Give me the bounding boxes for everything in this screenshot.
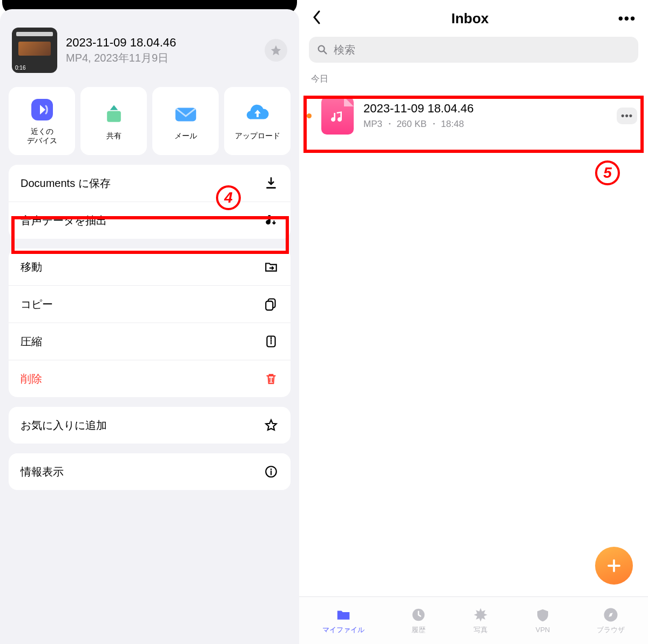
search-field[interactable]: 検索 bbox=[309, 37, 638, 63]
nearby-icon bbox=[29, 97, 55, 123]
video-duration: 0:16 bbox=[15, 65, 25, 71]
more-button[interactable]: ••• bbox=[618, 10, 636, 27]
file-meta: MP3 ・ 260 KB ・ 18:48 bbox=[363, 118, 474, 130]
tab-vpn[interactable]: VPN bbox=[535, 607, 551, 634]
row-label: 音声データを抽出 bbox=[21, 213, 107, 228]
star-outline-icon bbox=[264, 418, 279, 433]
video-thumbnail[interactable]: 0:16 bbox=[12, 28, 57, 73]
show-info-row[interactable]: 情報表示 bbox=[9, 453, 291, 490]
back-button[interactable] bbox=[311, 10, 322, 27]
row-label: Documents に保存 bbox=[21, 176, 111, 191]
file-title: 2023-11-09 18.04.46 bbox=[66, 36, 176, 50]
row-label: 圧縮 bbox=[21, 334, 42, 349]
tab-browser[interactable]: ブラウザ bbox=[597, 607, 625, 635]
mail-icon bbox=[173, 101, 199, 127]
share-label: メール bbox=[174, 131, 197, 141]
clock-icon bbox=[410, 607, 427, 623]
callout-number-4: 4 bbox=[216, 185, 241, 210]
row-label: 移動 bbox=[21, 260, 42, 274]
tab-history[interactable]: 履歴 bbox=[410, 607, 427, 635]
share-label: 近くの デバイス bbox=[27, 127, 57, 146]
folder-arrow-icon bbox=[264, 259, 279, 274]
add-favorite-row[interactable]: お気に入りに追加 bbox=[9, 407, 291, 444]
tab-bar: マイファイル 履歴 写真 VPN ブラウザ bbox=[299, 596, 648, 644]
mp3-file-icon bbox=[321, 97, 354, 135]
callout-number-5: 5 bbox=[595, 160, 620, 185]
section-today: 今日 bbox=[299, 70, 648, 88]
info-icon bbox=[264, 464, 279, 479]
tab-my-files[interactable]: マイファイル bbox=[322, 607, 364, 635]
save-to-documents-row[interactable]: Documents に保存 bbox=[9, 165, 291, 202]
action-group-file: Documents に保存 音声データを抽出 bbox=[9, 165, 291, 239]
chevron-left-icon bbox=[311, 10, 322, 25]
file-header: 0:16 2023-11-09 18.04.46 MP4, 2023年11月9日 bbox=[9, 19, 291, 87]
shield-icon bbox=[535, 607, 551, 623]
svg-point-7 bbox=[271, 468, 272, 470]
page-title: Inbox bbox=[451, 10, 489, 27]
cloud-upload-icon bbox=[245, 101, 271, 127]
file-row-mp3[interactable]: 2023-11-09 18.04.46 MP3 ・ 260 KB ・ 18:48… bbox=[299, 88, 648, 143]
favorite-button[interactable] bbox=[265, 39, 287, 62]
compress-row[interactable]: 圧縮 bbox=[9, 323, 291, 360]
share-sheet-panel: 0:16 2023-11-09 18.04.46 MP4, 2023年11月9日… bbox=[0, 0, 299, 644]
flower-icon bbox=[473, 607, 489, 623]
file-name: 2023-11-09 18.04.46 bbox=[363, 102, 474, 116]
search-icon bbox=[316, 44, 328, 56]
share-button[interactable]: 共有 bbox=[80, 87, 147, 155]
share-label: 共有 bbox=[106, 131, 122, 141]
delete-row[interactable]: 削除 bbox=[9, 360, 291, 397]
tab-label: 写真 bbox=[474, 625, 488, 635]
svg-rect-1 bbox=[107, 111, 121, 122]
copy-row[interactable]: コピー bbox=[9, 285, 291, 323]
upload-button[interactable]: アップロード bbox=[224, 87, 291, 155]
music-download-icon bbox=[264, 213, 279, 228]
file-browser-panel: Inbox ••• 検索 今日 2023-11-09 18.04.46 MP3 … bbox=[299, 0, 648, 644]
tab-photos[interactable]: 写真 bbox=[473, 607, 489, 635]
copy-icon bbox=[264, 297, 279, 312]
action-group-info: 情報表示 bbox=[9, 453, 291, 490]
plus-icon bbox=[606, 558, 622, 574]
nearby-devices-button[interactable]: 近くの デバイス bbox=[9, 87, 75, 155]
row-label: お気に入りに追加 bbox=[21, 418, 107, 433]
row-label: コピー bbox=[21, 297, 53, 312]
row-label: 削除 bbox=[21, 372, 42, 386]
svg-rect-4 bbox=[266, 301, 273, 310]
row-label: 情報表示 bbox=[21, 465, 64, 479]
extract-audio-row[interactable]: 音声データを抽出 bbox=[9, 202, 291, 239]
nav-bar: Inbox ••• bbox=[299, 0, 648, 35]
file-subtitle: MP4, 2023年11月9日 bbox=[66, 51, 176, 65]
file-more-button[interactable]: ••• bbox=[617, 108, 637, 124]
share-icon bbox=[101, 101, 127, 127]
tab-label: ブラウザ bbox=[597, 625, 625, 635]
star-icon bbox=[270, 44, 282, 56]
action-group-edit: 移動 コピー 圧縮 削除 bbox=[9, 249, 291, 397]
zip-icon bbox=[264, 334, 279, 349]
share-label: アップロード bbox=[235, 131, 280, 141]
share-targets: 近くの デバイス 共有 メール アップロード bbox=[9, 87, 291, 155]
download-icon bbox=[264, 176, 279, 191]
action-group-fav: お気に入りに追加 bbox=[9, 407, 291, 444]
folder-icon bbox=[335, 607, 352, 623]
mail-button[interactable]: メール bbox=[152, 87, 219, 155]
search-placeholder: 検索 bbox=[334, 43, 355, 57]
trash-icon bbox=[264, 371, 279, 386]
compass-icon bbox=[603, 607, 619, 623]
tab-label: マイファイル bbox=[322, 625, 364, 635]
add-fab[interactable] bbox=[595, 547, 633, 585]
tab-label: 履歴 bbox=[411, 625, 426, 635]
move-row[interactable]: 移動 bbox=[9, 249, 291, 285]
unread-dot-icon bbox=[307, 113, 312, 118]
tab-label: VPN bbox=[536, 626, 550, 634]
